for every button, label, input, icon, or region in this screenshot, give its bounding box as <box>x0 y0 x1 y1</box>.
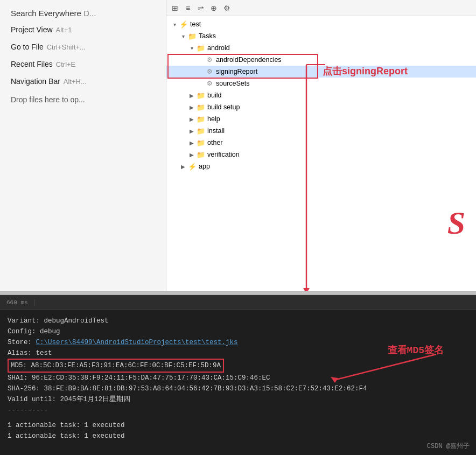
other-folder-icon: 📁 <box>197 139 205 146</box>
terminal-line-config: Config: debug <box>8 326 468 337</box>
android-folder-icon: 📁 <box>197 44 205 52</box>
annotation-click-signing: 点击signingReport <box>323 65 408 78</box>
run-time: 660 ms <box>6 299 35 306</box>
recent-files-item[interactable]: Recent Files Ctrl+E <box>0 55 166 73</box>
tree-label-androidDependencies: androidDependencies <box>216 56 282 64</box>
project-view-key: Alt+1 <box>56 26 72 34</box>
tree-label-build-setup: build setup <box>207 103 240 111</box>
tree-item-app[interactable]: ▶ ⚡ app <box>166 160 476 172</box>
toolbar-icon-5[interactable]: ⚙ <box>222 4 231 12</box>
project-view-item[interactable]: Project View Alt+1 <box>0 21 166 38</box>
gradle-tree-panel: ⊞ ≡ ⇌ ⊕ ⚙ ▾ ⚡ test ▾ 📁 Tasks ▾ 📁 android <box>166 0 476 291</box>
terminal-header: 660 ms <box>0 295 476 310</box>
sourceSets-icon: ⚙ <box>205 80 214 87</box>
navigation-bar-key: Alt+H... <box>64 78 87 86</box>
go-to-file-item[interactable]: Go to File Ctrl+Shift+... <box>0 38 166 55</box>
expand-icon-androidDependencies <box>197 56 204 64</box>
drop-files-item: Drop files here to op... <box>0 90 166 109</box>
toolbar-icon-1[interactable]: ⊞ <box>171 4 179 12</box>
build-setup-folder-icon: 📁 <box>197 103 205 111</box>
expand-icon-signingReport <box>197 68 204 75</box>
tree-label-signingReport: signingReport <box>216 68 257 75</box>
expand-icon-other: ▶ <box>188 139 195 146</box>
terminal-line-success: 1 actionable task: 1 executed <box>8 420 468 431</box>
left-menu-panel: Search Everywhere D... Project View Alt+… <box>0 0 167 291</box>
tree-item-verification[interactable]: ▶ 📁 verification <box>166 149 476 160</box>
build-folder-icon: 📁 <box>197 92 205 99</box>
expand-icon-tasks: ▾ <box>179 32 187 40</box>
terminal-line-sha256: SHA-256: 38:FE:B9:BA:8E:81:DB:97:53:A8:6… <box>8 383 468 394</box>
tree-item-test[interactable]: ▾ ⚡ test <box>166 18 476 30</box>
tree-label-sourceSets: sourceSets <box>216 80 250 87</box>
toolbar-icon-3[interactable]: ⇌ <box>197 4 205 12</box>
go-to-file-key: Ctrl+Shift+... <box>47 43 86 51</box>
panel-divider <box>0 291 476 295</box>
gradle-toolbar: ⊞ ≡ ⇌ ⊕ ⚙ <box>166 0 476 16</box>
tree-item-build-setup[interactable]: ▶ 📁 build setup <box>166 101 476 113</box>
project-view-label: Project View <box>11 25 53 34</box>
tree-label-tasks: Tasks <box>199 32 216 40</box>
tree-item-androidDependencies[interactable]: ⚙ androidDependencies <box>166 54 476 66</box>
expand-icon-build-setup: ▶ <box>188 103 195 111</box>
tree-label-build: build <box>207 92 221 99</box>
tree-label-verification: verification <box>207 151 240 158</box>
app-module-icon: ⚡ <box>188 163 197 170</box>
expand-icon-install: ▶ <box>188 127 195 135</box>
expand-icon-test: ▾ <box>171 20 178 28</box>
install-folder-icon: 📁 <box>197 127 205 135</box>
terminal-panel: 660 ms Variant: debugAndroidTest Config:… <box>0 295 476 455</box>
tree-label-test: test <box>190 20 201 28</box>
annotation-view-md5: 查看MD5签名 <box>388 344 444 356</box>
tree-item-android[interactable]: ▾ 📁 android <box>166 42 476 54</box>
tree-label-app: app <box>199 163 210 170</box>
recent-files-key: Ctrl+E <box>56 60 75 68</box>
navigation-bar-label: Navigation Bar <box>11 77 60 86</box>
tree-item-sourceSets[interactable]: ⚙ sourceSets <box>166 78 476 89</box>
terminal-line-task: 1 actionable task: 1 executed <box>8 431 468 442</box>
recent-files-label: Recent Files <box>11 60 53 68</box>
tree-item-install[interactable]: ▶ 📁 install <box>166 125 476 137</box>
search-everywhere-label: Search Everywhere <box>11 9 81 18</box>
go-to-file-label: Go to File <box>11 43 44 51</box>
terminal-line-variant: Variant: debugAndroidTest <box>8 316 468 326</box>
expand-icon-help: ▶ <box>188 115 195 123</box>
red-s-logo: S <box>447 205 465 242</box>
expand-icon-android: ▾ <box>188 44 195 52</box>
search-everywhere-item[interactable]: Search Everywhere D... <box>0 0 166 21</box>
verification-folder-icon: 📁 <box>197 151 205 158</box>
navigation-bar-item[interactable]: Navigation Bar Alt+H... <box>0 73 166 90</box>
tree-label-install: install <box>207 127 225 135</box>
tree-item-other[interactable]: ▶ 📁 other <box>166 137 476 149</box>
md5-value: A8:5C:D3:FE:A5:F3:91:EA:6C:FE:0C:BF:C5:E… <box>31 362 221 369</box>
store-path-link[interactable]: C:\Users\84499\AndroidStudioProjects\tes… <box>36 339 238 346</box>
help-folder-icon: 📁 <box>197 115 205 123</box>
terminal-line-sha1: SHA1: 96:E2:CD:35:38:F9:24:11:F5:DA:47:7… <box>8 373 468 383</box>
signingReport-icon: ⚙ <box>205 68 214 75</box>
tree-item-signingReport[interactable]: ⚙ signingReport <box>166 66 476 78</box>
expand-icon-app: ▶ <box>179 163 187 170</box>
toolbar-icon-2[interactable]: ≡ <box>184 4 192 12</box>
terminal-content: Variant: debugAndroidTest Config: debug … <box>0 310 476 447</box>
expand-icon-sourceSets <box>197 80 204 87</box>
md5-box: MD5: A8:5C:D3:FE:A5:F3:91:EA:6C:FE:0C:BF… <box>8 359 224 373</box>
expand-icon-verification: ▶ <box>188 151 195 158</box>
tree-item-build[interactable]: ▶ 📁 build <box>166 89 476 101</box>
expand-icon-build: ▶ <box>188 92 195 99</box>
tasks-folder-icon: 📁 <box>188 32 197 40</box>
drop-files-label: Drop files here to op... <box>11 95 85 104</box>
search-everywhere-key: D... <box>83 9 96 18</box>
tree-label-help: help <box>207 115 220 123</box>
toolbar-icon-4[interactable]: ⊕ <box>209 4 218 12</box>
tree-label-other: other <box>207 139 223 146</box>
androidDependencies-icon: ⚙ <box>205 56 214 64</box>
terminal-line-separator: ---------- <box>8 405 468 416</box>
tree-item-tasks[interactable]: ▾ 📁 Tasks <box>166 30 476 42</box>
terminal-line-md5: MD5: A8:5C:D3:FE:A5:F3:91:EA:6C:FE:0C:BF… <box>8 359 468 373</box>
gradle-root-icon: ⚡ <box>179 20 188 28</box>
tree-item-help[interactable]: ▶ 📁 help <box>166 113 476 125</box>
gradle-tree: ▾ ⚡ test ▾ 📁 Tasks ▾ 📁 android ⚙ android… <box>166 16 476 174</box>
csdn-watermark: CSDN @嘉州子 <box>427 442 470 451</box>
tree-label-android: android <box>207 44 230 52</box>
terminal-line-valid: Valid until: 2045年1月12日星期四 <box>8 394 468 405</box>
